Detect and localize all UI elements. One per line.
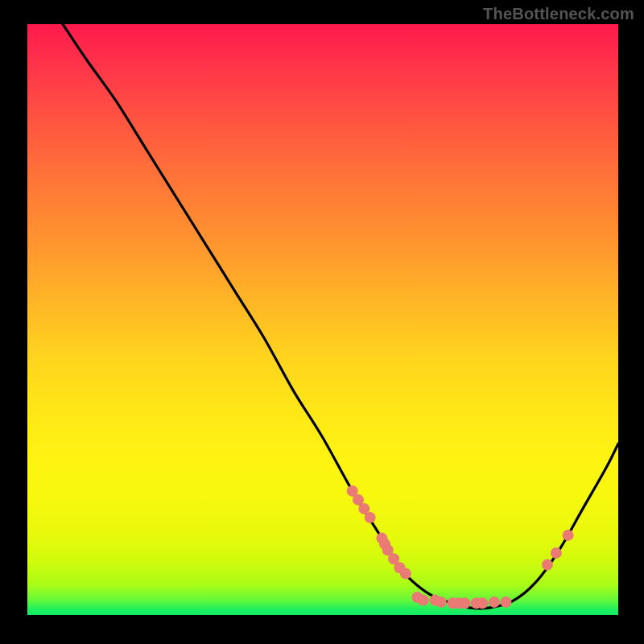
chart-container: TheBottleneck.com [0,0,644,644]
data-point-valley-2 [418,595,429,606]
data-points-group [347,485,574,609]
data-point-right-3 [563,530,574,541]
data-point-valley-4 [436,597,447,608]
plot-area [27,24,618,615]
bottleneck-curve [63,24,618,609]
data-point-cluster-left-4 [365,512,376,523]
data-point-cluster-mid-6 [400,568,411,580]
chart-overlay [27,24,618,615]
data-point-valley-11 [501,597,512,608]
data-point-valley-10 [489,597,500,608]
watermark-text: TheBottleneck.com [483,5,634,23]
data-point-valley-9 [477,597,488,609]
data-point-valley-7 [459,597,470,609]
data-point-right-1 [542,559,553,571]
data-point-right-2 [551,547,562,559]
